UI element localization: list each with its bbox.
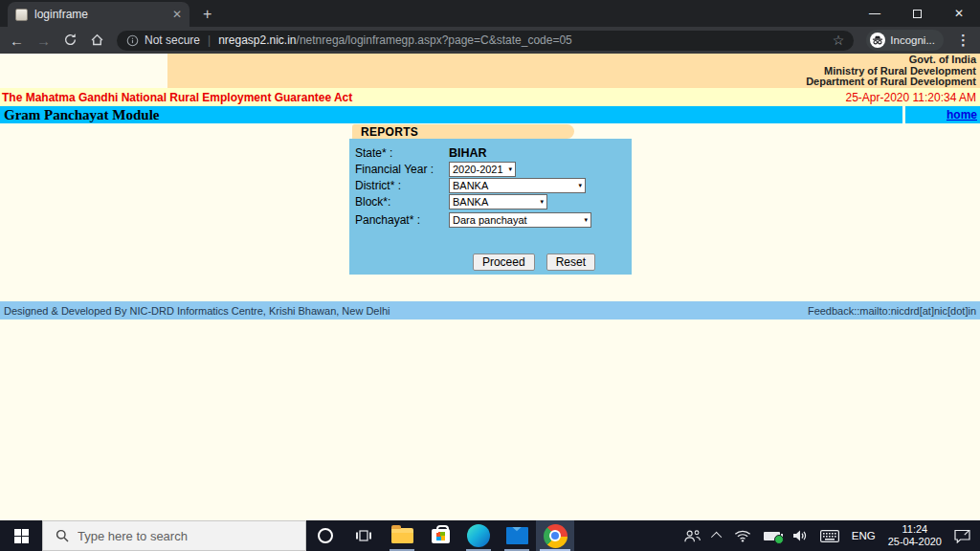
restore-icon (913, 10, 922, 18)
home-icon (90, 33, 104, 47)
panchayat-value: Dara panchayat (453, 214, 527, 226)
browser-tab-strip: loginframe ✕ + — ✕ (0, 0, 980, 27)
browser-toolbar: ← → Not secure | nregasp2.nic.in/netnreg… (0, 27, 980, 54)
reload-icon (63, 33, 78, 47)
chrome-button[interactable] (536, 520, 574, 551)
url-text: nregasp2.nic.in/netnrega/loginframegp.as… (218, 33, 827, 47)
gov-line-1: Govt. of India (167, 55, 976, 66)
start-button[interactable] (0, 520, 42, 551)
home-link[interactable]: home (947, 108, 977, 121)
header-left-spacer (0, 54, 167, 88)
search-icon (56, 529, 69, 542)
act-title-bar: The Mahatma Gandhi National Rural Employ… (0, 88, 980, 106)
block-label: Block*: (349, 195, 449, 209)
touch-keyboard-button[interactable] (820, 530, 839, 542)
browser-tab[interactable]: loginframe ✕ (8, 2, 189, 27)
chevron-down-icon: ▾ (540, 198, 544, 206)
reload-button[interactable] (63, 33, 78, 49)
people-button[interactable] (683, 529, 702, 543)
cortana-button[interactable] (306, 520, 345, 551)
back-button[interactable]: ← (10, 33, 24, 48)
module-title-cell: Gram Panchayat Module (0, 106, 902, 123)
url-domain: nregasp2.nic.in (218, 33, 296, 47)
mail-button[interactable] (498, 520, 536, 551)
district-label: District* : (349, 179, 449, 192)
footer-credit-text: Designed & Developed By NIC-DRD Informat… (4, 305, 390, 317)
reports-tab-label: REPORTS (361, 125, 418, 139)
store-icon (432, 529, 450, 543)
restore-button[interactable] (896, 0, 938, 27)
cortana-icon (318, 528, 333, 543)
district-value: BANKA (453, 180, 488, 191)
tab-close-icon[interactable]: ✕ (172, 8, 182, 21)
clock-date: 25-04-2020 (888, 536, 942, 548)
minimize-button[interactable]: — (854, 0, 896, 27)
block-row: Block*: BANKA▾ (349, 193, 632, 209)
footer-bar: Designed & Developed By NIC-DRD Informat… (0, 301, 980, 320)
taskbar-search-input[interactable] (78, 529, 278, 543)
edge-button[interactable] (459, 520, 498, 551)
screen: loginframe ✕ + — ✕ ← → Not secure | nreg… (0, 0, 980, 551)
reports-form-panel: State* : BIHAR Financial Year : 2020-202… (349, 139, 632, 275)
proceed-button[interactable]: Proceed (473, 253, 535, 271)
windows-logo-icon (14, 529, 29, 543)
home-cell: home (905, 106, 980, 123)
chrome-icon (544, 524, 568, 548)
financial-year-value: 2020-2021 (453, 164, 503, 175)
panchayat-select[interactable]: Dara panchayat▾ (449, 212, 591, 228)
module-title: Gram Panchayat Module (4, 107, 160, 123)
reports-tab[interactable]: REPORTS (352, 124, 574, 139)
reset-button[interactable]: Reset (546, 253, 595, 271)
battery-button[interactable] (764, 532, 780, 540)
gov-line-3: Department of Rural Development (167, 77, 976, 88)
wifi-button[interactable] (734, 529, 751, 542)
act-title: The Mahatma Gandhi National Rural Employ… (2, 91, 352, 104)
language-indicator[interactable]: ENG (852, 530, 876, 541)
url-separator: | (208, 33, 211, 47)
district-select[interactable]: BANKA▾ (449, 178, 586, 193)
financial-year-select[interactable]: 2020-2021▾ (449, 162, 516, 177)
govt-header-text: Govt. of India Ministry of Rural Develop… (167, 54, 980, 88)
bookmark-star-icon[interactable]: ☆ (833, 33, 845, 48)
state-row: State* : BIHAR (349, 144, 632, 161)
financial-year-label: Financial Year : (349, 163, 449, 176)
taskbar: ENG 11:24 25-04-2020 (0, 520, 980, 551)
main-content: REPORTS State* : BIHAR Financial Year : … (0, 123, 980, 301)
wifi-icon (734, 529, 751, 542)
microsoft-store-button[interactable] (421, 520, 459, 551)
new-tab-button[interactable]: + (203, 6, 212, 23)
clock-time: 11:24 (888, 523, 942, 536)
browser-menu-button[interactable]: ⋮ (956, 32, 970, 49)
action-center-button[interactable] (954, 529, 970, 543)
incognito-badge: Incogni... (866, 30, 944, 51)
form-buttons-row: Proceed Reset (349, 253, 632, 271)
volume-button[interactable] (792, 529, 808, 542)
close-button[interactable]: ✕ (938, 0, 980, 27)
taskbar-clock[interactable]: 11:24 25-04-2020 (888, 523, 942, 548)
block-select[interactable]: BANKA▾ (449, 194, 547, 209)
web-page: Govt. of India Ministry of Rural Develop… (0, 54, 980, 520)
taskbar-search-box[interactable] (42, 520, 306, 551)
chevron-down-icon: ▾ (578, 182, 582, 189)
footer-feedback-text: Feedback::mailto:nicdrd[at]nic[dot]in (808, 305, 976, 317)
task-view-button[interactable] (345, 520, 383, 551)
microsoft-logo-icon (436, 532, 445, 540)
page-empty-area (0, 320, 980, 520)
battery-charging-icon (764, 532, 780, 540)
forward-button[interactable]: → (36, 33, 51, 48)
state-value: BIHAR (449, 146, 487, 160)
module-bar: Gram Panchayat Module home (0, 106, 980, 123)
chevron-down-icon: ▾ (584, 216, 588, 224)
file-explorer-button[interactable] (383, 520, 421, 551)
tray-expand-button[interactable] (714, 532, 722, 540)
home-button[interactable] (90, 33, 104, 49)
chevron-down-icon: ▾ (508, 165, 512, 173)
tab-favicon-icon (15, 9, 28, 21)
address-bar[interactable]: Not secure | nregasp2.nic.in/netnrega/lo… (117, 31, 854, 51)
block-value: BANKA (453, 196, 488, 208)
financial-year-row: Financial Year : 2020-2021▾ (349, 161, 632, 177)
incognito-icon (870, 33, 885, 48)
incognito-label: Incogni... (890, 34, 935, 46)
info-icon[interactable] (126, 34, 139, 47)
tab-title: loginframe (34, 8, 166, 21)
